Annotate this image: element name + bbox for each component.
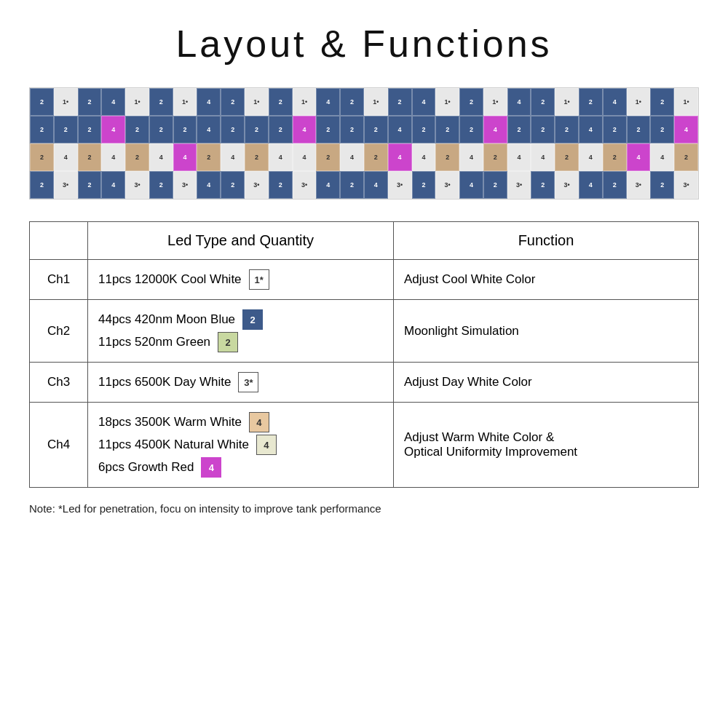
led-badge-3-2: 4 bbox=[201, 457, 221, 478]
table-header-function: Function bbox=[394, 222, 699, 260]
led-cell-2-13: 4 bbox=[340, 143, 364, 171]
led-cell-1-24: 2 bbox=[603, 116, 627, 143]
led-cell-1-10: 2 bbox=[269, 116, 293, 143]
led-cell-1-22: 2 bbox=[555, 116, 579, 143]
led-cell-3-2: 2 bbox=[78, 171, 102, 199]
led-cell-3-8: 2 bbox=[221, 171, 245, 199]
led-cell-3-18: 4 bbox=[459, 171, 483, 199]
led-cell-3-14: 4 bbox=[364, 171, 388, 199]
led-cell-3-21: 2 bbox=[531, 171, 555, 199]
led-cell-2-26: 4 bbox=[650, 143, 674, 171]
led-cell-3-6: 3• bbox=[173, 171, 197, 199]
led-row-1: 2224222422242224222422242224 bbox=[30, 116, 698, 143]
led-cell-2-9: 2 bbox=[245, 143, 269, 171]
led-cell-0-14: 1• bbox=[364, 88, 388, 116]
table-cell-ch-1: Ch2 bbox=[30, 300, 88, 363]
led-cell-2-14: 2 bbox=[364, 143, 388, 171]
led-cell-0-3: 4 bbox=[101, 88, 125, 116]
led-cell-0-0: 2 bbox=[30, 88, 54, 116]
led-cell-0-27: 1• bbox=[674, 88, 698, 116]
led-cell-3-0: 2 bbox=[30, 171, 54, 199]
led-cell-2-2: 2 bbox=[78, 143, 102, 171]
led-line-3-0: 18pcs 3500K Warm White4 bbox=[98, 412, 383, 432]
led-cell-3-25: 3• bbox=[627, 171, 651, 199]
led-cell-3-9: 3• bbox=[245, 171, 269, 199]
led-line-3-2: 6pcs Growth Red4 bbox=[98, 457, 383, 478]
led-cell-2-10: 4 bbox=[269, 143, 293, 171]
table-cell-ch-2: Ch3 bbox=[30, 363, 88, 403]
table-cell-func-3: Adjust Warm White Color &Optical Uniform… bbox=[394, 403, 699, 488]
led-cell-0-25: 1• bbox=[627, 88, 651, 116]
led-cell-1-0: 2 bbox=[30, 116, 54, 143]
led-cell-3-26: 2 bbox=[650, 171, 674, 199]
table-cell-led-0: 11pcs 12000K Cool White1* bbox=[88, 260, 394, 300]
page-title: Layout & Functions bbox=[29, 22, 699, 66]
led-cell-0-26: 2 bbox=[650, 88, 674, 116]
led-cell-0-17: 1• bbox=[435, 88, 459, 116]
led-cell-2-0: 2 bbox=[30, 143, 54, 171]
led-cell-0-10: 2 bbox=[269, 88, 293, 116]
table-cell-func-0: Adjust Cool White Color bbox=[394, 260, 699, 300]
led-cell-3-19: 2 bbox=[483, 171, 507, 199]
led-cell-3-20: 3• bbox=[507, 171, 531, 199]
led-cell-1-2: 2 bbox=[78, 116, 102, 143]
led-cell-1-14: 2 bbox=[364, 116, 388, 143]
led-cell-0-21: 2 bbox=[531, 88, 555, 116]
led-line-2-0: 11pcs 6500K Day White3* bbox=[98, 372, 383, 392]
led-cell-0-15: 2 bbox=[388, 88, 412, 116]
led-cell-3-22: 3• bbox=[555, 171, 579, 199]
led-cell-1-19: 4 bbox=[483, 116, 507, 143]
led-cell-0-4: 1• bbox=[125, 88, 149, 116]
led-cell-0-5: 2 bbox=[149, 88, 173, 116]
led-cell-0-18: 2 bbox=[459, 88, 483, 116]
led-cell-2-23: 4 bbox=[579, 143, 603, 171]
led-cell-2-6: 4 bbox=[173, 143, 197, 171]
led-cell-2-17: 2 bbox=[435, 143, 459, 171]
led-cell-0-12: 4 bbox=[316, 88, 340, 116]
led-cell-3-23: 4 bbox=[579, 171, 603, 199]
table-cell-ch-3: Ch4 bbox=[30, 403, 88, 488]
led-cell-1-5: 2 bbox=[149, 116, 173, 143]
led-cell-0-13: 2 bbox=[340, 88, 364, 116]
led-cell-3-24: 2 bbox=[603, 171, 627, 199]
led-cell-1-25: 2 bbox=[627, 116, 651, 143]
led-cell-3-12: 4 bbox=[316, 171, 340, 199]
led-line-text-1-0: 44pcs 420nm Moon Blue bbox=[98, 312, 235, 327]
table-row-3: Ch418pcs 3500K Warm White411pcs 4500K Na… bbox=[30, 403, 699, 488]
led-cell-2-8: 4 bbox=[221, 143, 245, 171]
led-cell-1-21: 2 bbox=[531, 116, 555, 143]
led-line-text-3-1: 11pcs 4500K Natural White bbox=[98, 438, 249, 452]
led-cell-0-9: 1• bbox=[245, 88, 269, 116]
led-cell-1-1: 2 bbox=[54, 116, 78, 143]
led-line-text-1-1: 11pcs 520nm Green bbox=[98, 335, 210, 349]
led-cell-0-2: 2 bbox=[78, 88, 102, 116]
led-cell-1-16: 2 bbox=[412, 116, 436, 143]
led-cell-1-17: 2 bbox=[435, 116, 459, 143]
led-cell-1-6: 2 bbox=[173, 116, 197, 143]
led-cell-1-12: 2 bbox=[316, 116, 340, 143]
led-line-text-2-0: 11pcs 6500K Day White bbox=[98, 375, 231, 389]
led-cell-0-19: 1• bbox=[483, 88, 507, 116]
led-cell-3-13: 2 bbox=[340, 171, 364, 199]
led-row-0: 21•241•21•421•21•421•241•21•421•241•21• bbox=[30, 88, 698, 116]
led-line-3-1: 11pcs 4500K Natural White4 bbox=[98, 435, 383, 455]
led-cell-2-25: 4 bbox=[627, 143, 651, 171]
led-badge-3-0: 4 bbox=[249, 412, 269, 432]
table-row-1: Ch244pcs 420nm Moon Blue211pcs 520nm Gre… bbox=[30, 300, 699, 363]
table-row-2: Ch311pcs 6500K Day White3*Adjust Day Whi… bbox=[30, 363, 699, 403]
led-cell-2-20: 4 bbox=[507, 143, 531, 171]
led-cell-0-22: 1• bbox=[555, 88, 579, 116]
led-cell-1-7: 4 bbox=[197, 116, 221, 143]
led-row-2: 2424244242442424424244242442 bbox=[30, 143, 698, 171]
led-cell-3-4: 3• bbox=[125, 171, 149, 199]
led-cell-0-6: 1• bbox=[173, 88, 197, 116]
led-line-text-3-2: 6pcs Growth Red bbox=[98, 460, 194, 475]
led-cell-2-7: 2 bbox=[197, 143, 221, 171]
led-cell-1-4: 2 bbox=[125, 116, 149, 143]
led-cell-2-27: 2 bbox=[674, 143, 698, 171]
led-badge-2-0: 3* bbox=[238, 372, 258, 392]
led-cell-0-7: 4 bbox=[197, 88, 221, 116]
table-cell-func-1: Moonlight Simulation bbox=[394, 300, 699, 363]
led-cell-3-7: 4 bbox=[197, 171, 221, 199]
led-row-3: 23•243•23•423•23•4243•23•423•23•423•23• bbox=[30, 171, 698, 199]
